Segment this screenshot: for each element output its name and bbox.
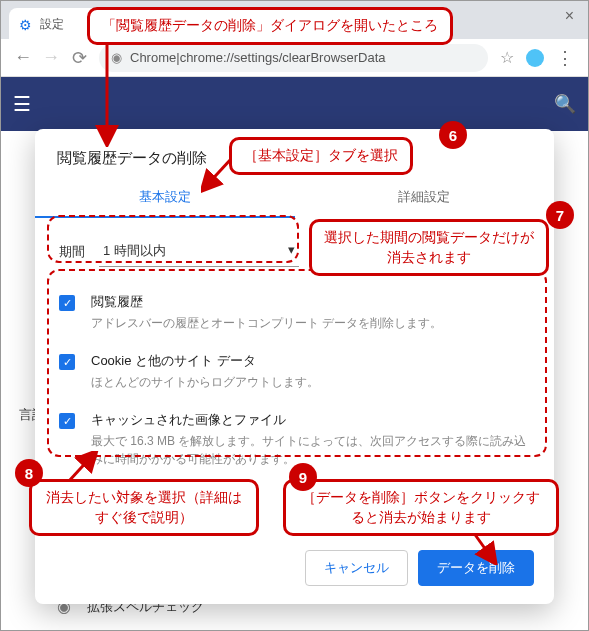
callout-8: 消去したい対象を選択（詳細はすぐ後で説明） bbox=[29, 479, 259, 536]
check-text: キャッシュされた画像とファイル 最大で 16.3 MB を解放します。サイトによ… bbox=[91, 411, 530, 468]
check-desc-cookies: ほとんどのサイトからログアウトします。 bbox=[91, 373, 530, 391]
dropdown-caret-icon: ▾ bbox=[288, 242, 295, 260]
check-desc-cache: 最大で 16.3 MB を解放します。サイトによっては、次回アクセスする際に読み… bbox=[91, 432, 530, 468]
check-text: Cookie と他のサイト データ ほとんどのサイトからログアウトします。 bbox=[91, 352, 530, 391]
hamburger-icon[interactable]: ☰ bbox=[13, 92, 31, 116]
menu-dots-icon[interactable]: ⋮ bbox=[550, 47, 580, 69]
check-title-cookies: Cookie と他のサイト データ bbox=[91, 352, 530, 370]
badge-9: 9 bbox=[289, 463, 317, 491]
checkbox-history[interactable]: ✓ bbox=[59, 295, 75, 311]
checkbox-cookies[interactable]: ✓ bbox=[59, 354, 75, 370]
badge-6: 6 bbox=[439, 121, 467, 149]
address-bar[interactable]: ◉ Chrome | chrome://settings/clearBrowse… bbox=[99, 44, 488, 72]
address-url: chrome://settings/clearBrowserData bbox=[180, 50, 386, 65]
forward-button[interactable]: → bbox=[37, 47, 65, 68]
tab-title: 設定 bbox=[40, 16, 64, 33]
extension-icon[interactable] bbox=[526, 49, 544, 67]
badge-7: 7 bbox=[546, 201, 574, 229]
bookmark-star-icon[interactable]: ☆ bbox=[494, 48, 520, 67]
check-title-cache: キャッシュされた画像とファイル bbox=[91, 411, 530, 429]
dialog-tabs: 基本設定 詳細設定 bbox=[35, 176, 554, 218]
period-value: 1 時間以内 bbox=[103, 242, 166, 260]
address-bar-row: ← → ⟳ ◉ Chrome | chrome://settings/clear… bbox=[1, 39, 588, 77]
check-text: 閲覧履歴 アドレスバーの履歴とオートコンプリート データを削除します。 bbox=[91, 293, 530, 332]
callout-9: ［データを削除］ボタンをクリックすると消去が始まります bbox=[283, 479, 559, 536]
settings-app-bar: ☰ 🔍 bbox=[1, 77, 588, 131]
address-prefix: Chrome bbox=[130, 50, 176, 65]
check-title-history: 閲覧履歴 bbox=[91, 293, 530, 311]
tab-basic[interactable]: 基本設定 bbox=[35, 176, 295, 218]
dialog-footer: キャンセル データを削除 bbox=[35, 538, 554, 604]
callout-top: 「閲覧履歴データの削除」ダイアログを開いたところ bbox=[87, 7, 453, 45]
tab-advanced[interactable]: 詳細設定 bbox=[295, 176, 555, 218]
badge-8: 8 bbox=[15, 459, 43, 487]
check-desc-history: アドレスバーの履歴とオートコンプリート データを削除します。 bbox=[91, 314, 530, 332]
reload-button[interactable]: ⟳ bbox=[65, 47, 93, 69]
callout-6: ［基本設定］タブを選択 bbox=[229, 137, 413, 175]
checkbox-cache[interactable]: ✓ bbox=[59, 413, 75, 429]
checkbox-list: ✓ 閲覧履歴 アドレスバーの履歴とオートコンプリート データを削除します。 ✓ … bbox=[47, 283, 542, 478]
search-icon[interactable]: 🔍 bbox=[554, 93, 576, 115]
delete-data-button[interactable]: データを削除 bbox=[418, 550, 534, 586]
period-select[interactable]: 1 時間以内 ▾ bbox=[99, 236, 299, 267]
cancel-button[interactable]: キャンセル bbox=[305, 550, 408, 586]
period-label: 期間 bbox=[59, 243, 85, 261]
check-item-history: ✓ 閲覧履歴 アドレスバーの履歴とオートコンプリート データを削除します。 bbox=[51, 283, 538, 342]
window-close-button[interactable]: × bbox=[557, 3, 582, 29]
gear-icon: ⚙ bbox=[19, 17, 32, 33]
back-button[interactable]: ← bbox=[9, 47, 37, 68]
chrome-icon: ◉ bbox=[111, 50, 122, 65]
check-item-cookies: ✓ Cookie と他のサイト データ ほとんどのサイトからログアウトします。 bbox=[51, 342, 538, 401]
callout-7: 選択した期間の閲覧データだけが消去されます bbox=[309, 219, 549, 276]
